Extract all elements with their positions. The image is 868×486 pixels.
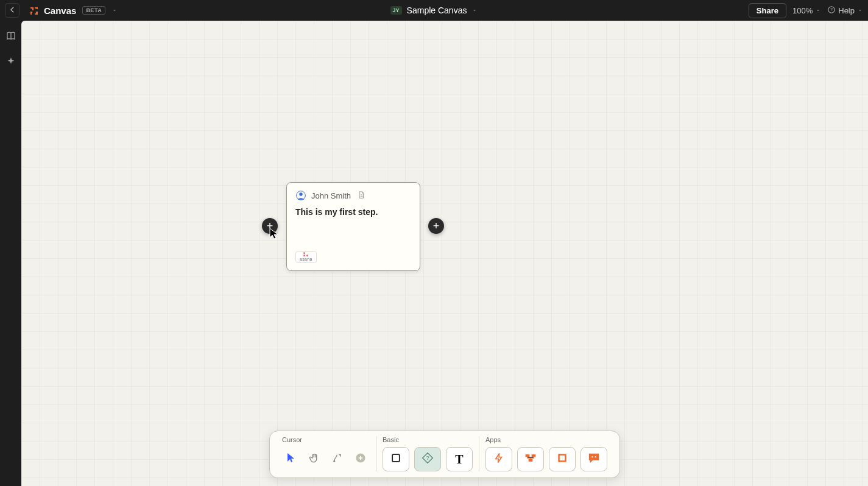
table-icon	[556, 452, 568, 467]
svg-text:?: ?	[426, 454, 429, 460]
chevron-down-icon[interactable]	[111, 6, 118, 15]
connector-icon	[332, 453, 343, 467]
bottom-toolbar: Cursor	[269, 431, 620, 478]
tool-group-label: Apps	[485, 436, 607, 443]
bolt-icon	[493, 452, 504, 467]
library-button[interactable]	[4, 30, 18, 44]
zoom-control[interactable]: 100%	[792, 6, 821, 15]
tool-select[interactable]	[282, 447, 300, 471]
top-bar: Canvas BETA JY Sample Canvas Share 100% …	[0, 0, 868, 21]
share-button[interactable]: Share	[749, 3, 786, 18]
tool-group-apps: Apps	[479, 436, 613, 471]
cursor-arrow-icon	[286, 453, 296, 467]
question-diamond-icon: ?	[421, 451, 434, 468]
card-footer: asana	[295, 245, 411, 263]
user-initials-badge: JY	[390, 6, 402, 15]
svg-point-13	[591, 456, 593, 457]
tool-sticky[interactable]: ?	[414, 447, 441, 471]
card-header: John Smith	[295, 190, 411, 201]
arrow-left-icon	[8, 5, 16, 16]
tool-connector[interactable]	[328, 447, 347, 471]
tool-hand[interactable]	[305, 447, 323, 471]
workflow-card[interactable]: John Smith This is my first step. asana	[286, 182, 420, 271]
text-icon: T	[455, 453, 463, 467]
tool-app-zap[interactable]	[485, 447, 512, 471]
back-button[interactable]	[5, 3, 19, 18]
card-author: John Smith	[311, 191, 351, 200]
svg-rect-9	[532, 454, 536, 457]
tool-app-table[interactable]	[549, 447, 576, 471]
add-right-button[interactable]: +	[428, 218, 444, 234]
asana-chip[interactable]: asana	[295, 251, 317, 263]
svg-point-14	[595, 456, 596, 457]
card-body-text: This is my first step.	[295, 207, 411, 217]
help-menu[interactable]: ? Help	[827, 5, 863, 16]
square-icon	[390, 452, 402, 467]
app-logo-icon	[29, 6, 38, 15]
plus-icon: +	[433, 220, 440, 231]
tool-group-cursor: Cursor	[276, 436, 376, 471]
tool-app-interface[interactable]	[517, 447, 544, 471]
chevron-down-icon[interactable]	[471, 6, 478, 15]
add-left-button[interactable]: +	[262, 218, 278, 234]
plus-icon: +	[267, 220, 273, 231]
canvas-area[interactable]: John Smith This is my first step. asana	[21, 21, 868, 486]
help-label: Help	[838, 6, 855, 15]
plus-circle-icon	[355, 452, 367, 467]
hand-icon	[309, 453, 320, 467]
asana-logo-icon	[303, 253, 308, 256]
app-name: Canvas	[44, 5, 76, 16]
svg-rect-6	[392, 454, 400, 462]
svg-point-4	[333, 460, 335, 462]
tool-app-chatbot[interactable]	[580, 447, 607, 471]
ai-button[interactable]	[4, 56, 18, 69]
document-icon	[357, 191, 365, 201]
document-title[interactable]: Sample Canvas	[407, 5, 467, 15]
help-icon: ?	[827, 5, 836, 16]
svg-point-3	[299, 192, 302, 195]
tool-rectangle[interactable]	[383, 447, 409, 471]
beta-badge: BETA	[82, 6, 105, 15]
svg-text:?: ?	[830, 7, 833, 12]
tool-group-label: Cursor	[282, 436, 370, 443]
sparkle-icon	[6, 57, 16, 69]
tool-add-node[interactable]	[351, 447, 370, 471]
chevron-down-icon	[857, 6, 863, 15]
interface-icon	[524, 453, 537, 466]
svg-rect-12	[560, 455, 565, 460]
tool-group-basic: Basic ? T	[376, 436, 479, 471]
svg-rect-8	[526, 454, 530, 457]
tool-group-label: Basic	[383, 436, 473, 443]
left-rail	[0, 21, 21, 486]
tool-text[interactable]: T	[446, 447, 473, 471]
chat-icon	[587, 452, 601, 467]
svg-rect-10	[529, 459, 533, 461]
zoom-level: 100%	[792, 6, 813, 15]
chevron-down-icon	[815, 6, 821, 15]
asana-chip-label: asana	[300, 257, 312, 261]
book-icon	[5, 30, 16, 44]
author-avatar-icon	[295, 190, 306, 201]
